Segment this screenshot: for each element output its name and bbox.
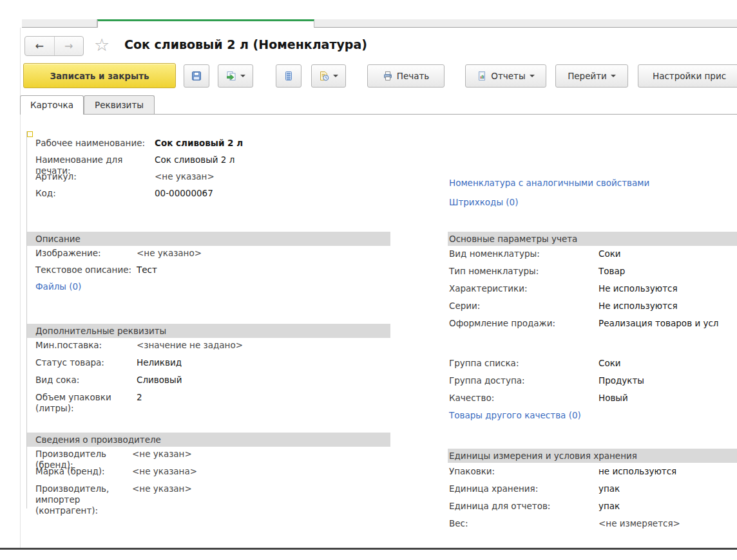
field-value: Продукты (598, 375, 737, 393)
field-label: Оформление продажи: (449, 318, 598, 335)
field-row: Серии: Не используются (448, 301, 737, 318)
tabs-underline (20, 114, 737, 115)
field-row: Единица для отчетов: упак (448, 501, 737, 518)
tab-requisites[interactable]: Реквизиты (84, 95, 155, 114)
dropdown-caret-icon (530, 75, 535, 77)
print-button[interactable]: Печать (367, 64, 445, 88)
dropdown-caret-icon (611, 75, 616, 77)
field-label: Объем упаковки (литры): (35, 392, 137, 414)
field-label: Изображение: (35, 248, 137, 265)
section-header-main-params: Основные параметры учета (448, 232, 737, 246)
field-row: Код: 00-00000067 (27, 188, 390, 205)
field-row: Оформление продажи: Реализация товаров и… (448, 318, 737, 335)
list-button[interactable] (276, 64, 302, 88)
field-row: Характеристики: Не используются (448, 283, 737, 301)
groups-group: Группа списка: Соки Группа доступа: Прод… (448, 358, 737, 410)
field-row: Производитель (бренд): <не указан> (27, 449, 390, 466)
print-label: Печать (397, 71, 430, 81)
field-label: Вид номенклатуры: (449, 248, 598, 266)
app-window: ← → ☆ Сок сливовый 2 л (Номенклатура) За… (0, 0, 737, 560)
field-value: 2 (137, 392, 390, 414)
field-label: Мин.поставка: (35, 340, 137, 357)
field-label: Код: (35, 188, 155, 205)
field-row: Группа списка: Соки (448, 358, 737, 375)
field-label: Единица хранения: (449, 483, 598, 501)
field-label: Вес: (449, 518, 598, 536)
section-header-additional: Дополнительные реквизиты (27, 324, 390, 338)
field-label: Артикул: (35, 171, 155, 188)
field-value: <не указан> (155, 171, 390, 188)
field-row: Качество: Новый (448, 393, 737, 410)
favorite-star-icon[interactable]: ☆ (94, 34, 110, 56)
create-copy-button[interactable] (218, 64, 253, 88)
barcodes-link[interactable]: Штрихкоды (0) (449, 197, 518, 208)
field-value: Реализация товаров и усл (598, 318, 737, 335)
section-header-units: Единицы измерения и условия хранения (448, 449, 737, 463)
field-row: Изображение: <не указано> (27, 248, 390, 265)
settings-button[interactable]: Настройки прис (638, 64, 737, 88)
field-label: Текстовое описание: (35, 265, 137, 281)
field-row: Мин.поставка: <значение не задано> (27, 340, 390, 357)
field-value: упак (598, 483, 737, 501)
save-button[interactable] (184, 64, 209, 88)
report-icon (477, 71, 487, 81)
field-value: 00-00000067 (155, 188, 390, 205)
units-group: Упаковки: не используются Единица хранен… (448, 466, 737, 536)
field-value: <значение не задано> (137, 340, 390, 357)
field-value: Не используются (598, 301, 737, 318)
reports-label: Отчеты (491, 71, 525, 81)
field-label: Группа списка: (449, 358, 598, 375)
similar-items-link[interactable]: Номенклатура с аналогичными свойствами (449, 178, 649, 189)
dropdown-caret-icon (240, 75, 245, 77)
field-label: Вид сока: (35, 375, 137, 392)
field-row: Производитель, импортер (контрагент): <н… (27, 483, 390, 501)
field-label: Производитель, импортер (контрагент): (35, 483, 132, 516)
back-button[interactable]: ← (25, 37, 55, 55)
change-history-button[interactable] (311, 64, 346, 88)
field-label: Тип номенклатуры: (449, 266, 598, 283)
description-group: Изображение: <не указано> Текстовое опис… (27, 248, 390, 281)
main-params-group: Вид номенклатуры: Соки Тип номенклатуры:… (448, 248, 737, 335)
forward-button[interactable]: → (55, 37, 84, 55)
copy-icon (226, 71, 236, 81)
field-value: Товар (598, 266, 737, 283)
settings-label: Настройки прис (653, 71, 726, 81)
dropdown-caret-icon (333, 75, 338, 77)
field-row: Рабочее наименование: Сок сливовый 2 л (27, 138, 390, 154)
field-value: Неликвид (137, 357, 390, 375)
field-value: Сливовый (137, 375, 390, 392)
field-row: Марка (бренд): <не указана> (27, 466, 390, 483)
tab-card[interactable]: Карточка (20, 95, 84, 115)
navigate-button[interactable]: Перейти (555, 64, 628, 88)
window-tab-inactive-left[interactable] (22, 19, 97, 28)
field-label: Единица для отчетов: (449, 501, 598, 518)
files-link[interactable]: Файлы (0) (35, 281, 81, 292)
field-label: Рабочее наименование: (35, 138, 155, 154)
field-value: Соки (598, 358, 737, 375)
field-value: <не указано> (137, 248, 390, 265)
field-label: Марка (бренд): (35, 466, 132, 483)
field-value: <не измеряется> (598, 518, 737, 536)
tab-card-label: Карточка (30, 100, 73, 110)
window-bottom-edge (0, 548, 737, 550)
forward-arrow-icon: → (64, 40, 73, 52)
window-tab-active[interactable] (97, 19, 314, 28)
field-value: Не используются (598, 283, 737, 301)
list-icon (283, 71, 294, 81)
field-value: Тест (137, 265, 390, 281)
printer-icon (383, 71, 393, 81)
field-value: упак (598, 501, 737, 518)
reports-button[interactable]: Отчеты (465, 64, 546, 88)
field-row: Артикул: <не указан> (27, 171, 390, 188)
field-row: Текстовое описание: Тест (27, 265, 390, 281)
producer-group: Производитель (бренд): <не указан> Марка… (27, 449, 390, 501)
field-label: Характеристики: (449, 283, 598, 301)
save-and-close-button[interactable]: Записать и закрыть (23, 63, 176, 88)
other-quality-link[interactable]: Товары другого качества (0) (449, 410, 581, 421)
field-value: <не указан> (132, 483, 390, 516)
additional-group: Мин.поставка: <значение не задано> Стату… (27, 340, 390, 409)
field-label: Качество: (449, 393, 598, 410)
field-value: Сок сливовый 2 л (155, 138, 390, 154)
field-row: Вид сока: Сливовый (27, 375, 390, 392)
save-and-close-label: Записать и закрыть (50, 71, 149, 81)
